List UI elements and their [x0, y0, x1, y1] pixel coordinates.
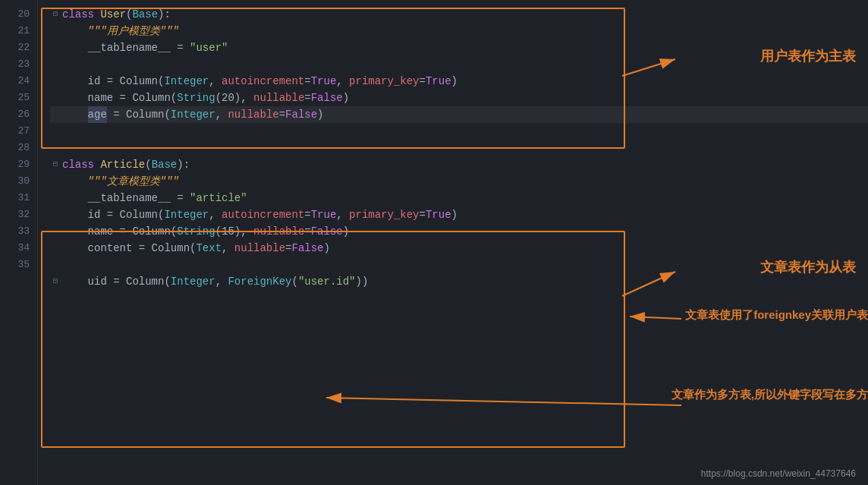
code-line-21: """用户模型类""" — [50, 23, 868, 39]
website-watermark: https://blog.csdn.net/weixin_44737646 — [701, 468, 856, 479]
line-num-26: 26 — [0, 106, 37, 123]
code-line-33: name = Column(String(15), nullable=False… — [50, 223, 868, 240]
keyword-class-article: class — [62, 156, 100, 173]
user-docstring: """用户模型类""" — [62, 23, 179, 39]
line-num-23: 23 — [0, 56, 37, 73]
fold-icon-36: ⊟ — [50, 276, 61, 287]
code-line-20: ⊟ class User(Base): — [50, 6, 868, 23]
line-num-21: 21 — [0, 23, 37, 39]
code-line-22: __tablename__ = "user" — [50, 39, 868, 56]
code-line-27 — [50, 123, 868, 140]
svg-line-3 — [630, 317, 681, 319]
line-num-24: 24 — [0, 73, 37, 90]
code-line-24: id = Column(Integer, autoincrement=True,… — [50, 73, 868, 90]
line-num-33: 33 — [0, 223, 37, 240]
line-num-30: 30 — [0, 173, 37, 190]
code-line-35 — [50, 257, 868, 273]
code-line-32: id = Column(Integer, autoincrement=True,… — [50, 206, 868, 223]
line-num-22: 22 — [0, 39, 37, 56]
line-num-32: 32 — [0, 206, 37, 223]
svg-line-4 — [326, 398, 681, 405]
age-text: age — [88, 106, 107, 123]
fold-icon-29: ⊟ — [50, 159, 61, 170]
fold-icon-20: ⊟ — [50, 9, 61, 20]
code-line-36: ⊟ uid = Column(Integer, ForeignKey("user… — [50, 273, 868, 290]
code-editor: 20 21 22 23 24 25 26 27 28 29 30 31 32 3… — [0, 0, 868, 485]
line-num-35: 35 — [0, 257, 37, 273]
code-line-28 — [50, 140, 868, 156]
line-num-31: 31 — [0, 190, 37, 206]
line-num-29: 29 — [0, 156, 37, 173]
code-line-31: __tablename__ = "article" — [50, 190, 868, 206]
code-line-29: ⊟ class Article(Base): — [50, 156, 868, 173]
class-user: User — [100, 6, 126, 23]
keyword-class: class — [62, 6, 100, 23]
line-num-27: 27 — [0, 123, 37, 140]
line-num-25: 25 — [0, 90, 37, 106]
code-line-23 — [50, 56, 868, 73]
line-num-20: 20 — [0, 6, 37, 23]
class-article: Article — [100, 156, 145, 173]
line-num-28: 28 — [0, 140, 37, 156]
code-line-25: name = Column(String(20), nullable=False… — [50, 90, 868, 106]
code-line-34: content = Column(Text, nullable=False) — [50, 240, 868, 257]
code-line-26: age = Column(Integer, nullable=False) — [50, 106, 868, 123]
code-line-30: """文章模型类""" — [50, 173, 868, 190]
article-docstring: """文章模型类""" — [62, 173, 179, 190]
line-num-34: 34 — [0, 240, 37, 257]
line-numbers: 20 21 22 23 24 25 26 27 28 29 30 31 32 3… — [0, 0, 38, 485]
code-content: ⊟ class User(Base): """用户模型类""" __tablen… — [38, 0, 868, 485]
